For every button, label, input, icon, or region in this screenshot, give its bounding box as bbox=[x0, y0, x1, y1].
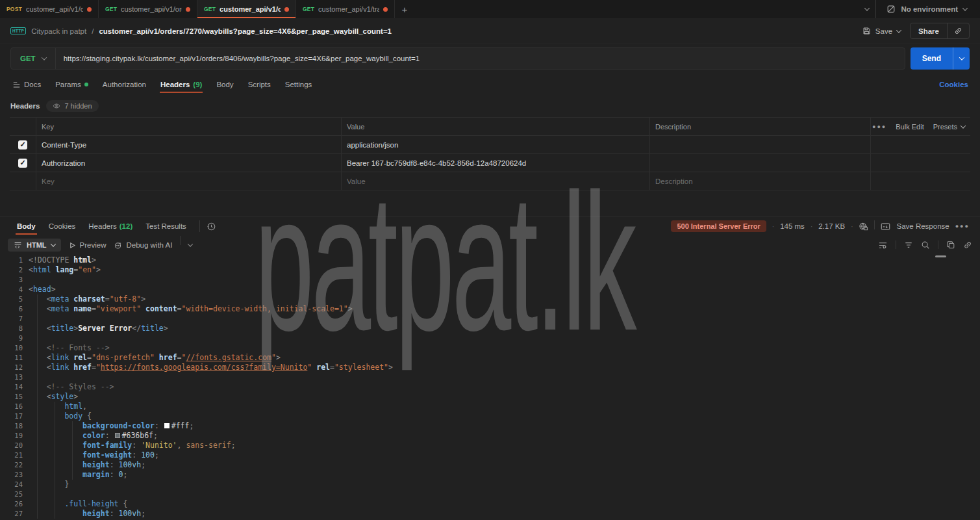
header-value-cell[interactable]: Value bbox=[341, 172, 649, 190]
row-checkbox[interactable]: ✓ bbox=[18, 140, 27, 150]
tab-title: customer_api/v1/track? bbox=[318, 5, 379, 13]
response-history-icon[interactable] bbox=[207, 222, 216, 231]
tab-title: customer_api/v1/orders bbox=[220, 5, 281, 13]
section-tab-label: Body bbox=[216, 81, 233, 88]
save-response-icon bbox=[881, 222, 890, 231]
send-options-button[interactable] bbox=[953, 47, 970, 70]
environment-chevron-icon bbox=[962, 5, 968, 10]
open-request-tabs: POST customer_api/v1/orde GET customer_a… bbox=[0, 0, 395, 18]
line-number: 11 bbox=[0, 353, 29, 363]
filter-icon[interactable] bbox=[904, 241, 913, 249]
request-tab[interactable]: GET customer_api/v1/orders bbox=[99, 0, 197, 18]
code-line: 8 <title>Server Error</title> bbox=[0, 324, 980, 333]
line-number: 9 bbox=[0, 333, 29, 343]
new-tab-button[interactable]: + bbox=[395, 0, 414, 18]
presets-label: Presets bbox=[933, 123, 957, 131]
section-tab-scripts[interactable]: Scripts bbox=[241, 73, 278, 96]
response-tab-headers[interactable]: Headers (12) bbox=[82, 216, 139, 236]
bulk-edit-button[interactable]: Bulk Edit bbox=[896, 123, 923, 131]
header-value-cell[interactable]: Bearer 167-bc759df8-e84c-4b52-856d-12a48… bbox=[341, 154, 649, 172]
breadcrumb-separator: / bbox=[92, 27, 94, 35]
hidden-headers-toggle[interactable]: 7 hidden bbox=[46, 100, 98, 112]
response-body-editor[interactable]: 1<!DOCTYPE html>2<html lang="en">34<head… bbox=[0, 254, 980, 520]
response-time[interactable]: 145 ms bbox=[780, 222, 805, 230]
section-tab-params[interactable]: Params bbox=[48, 73, 95, 96]
response-tab-cookies[interactable]: Cookies bbox=[42, 216, 82, 236]
toolbar-collapse-chevron-icon[interactable] bbox=[188, 241, 193, 246]
search-icon[interactable] bbox=[921, 240, 930, 250]
section-tab-body[interactable]: Body bbox=[209, 73, 240, 96]
response-tab-count: (12) bbox=[119, 222, 132, 230]
url-input[interactable]: https://staging.citypak.lk/customer_api/… bbox=[56, 55, 428, 62]
section-tab-label: Authorization bbox=[103, 81, 146, 88]
header-description-cell[interactable] bbox=[649, 154, 870, 172]
divider bbox=[938, 240, 938, 249]
method-chevron-icon bbox=[41, 55, 46, 60]
value-column-header: Value bbox=[341, 118, 649, 135]
code-line: 4<head> bbox=[0, 285, 980, 294]
line-number: 14 bbox=[0, 382, 29, 392]
send-button[interactable]: Send bbox=[911, 47, 953, 70]
scrollbar-thumb[interactable] bbox=[935, 255, 946, 257]
code-line-content: margin: 0; bbox=[29, 470, 127, 480]
table-more-icon[interactable]: ●●● bbox=[872, 124, 886, 130]
share-button[interactable]: Share bbox=[911, 24, 947, 38]
eye-icon bbox=[53, 102, 60, 110]
line-number: 10 bbox=[0, 343, 29, 353]
section-tab-settings[interactable]: Settings bbox=[278, 73, 320, 96]
row-checkbox[interactable]: ✓ bbox=[18, 159, 27, 168]
header-key-cell[interactable]: Authorization bbox=[36, 154, 341, 172]
network-info-icon[interactable] bbox=[859, 222, 868, 231]
indent-guide bbox=[72, 421, 73, 480]
header-description-cell[interactable]: Description bbox=[649, 172, 870, 190]
request-tab[interactable]: GET customer_api/v1/orders bbox=[197, 0, 296, 18]
key-column-header: Key bbox=[36, 118, 341, 135]
presets-dropdown[interactable]: Presets bbox=[933, 123, 965, 131]
copy-link-button[interactable] bbox=[947, 23, 969, 38]
cookies-link[interactable]: Cookies bbox=[939, 81, 975, 88]
tab-overflow-chevron-icon[interactable] bbox=[864, 5, 870, 10]
save-icon bbox=[862, 27, 871, 35]
get-link-icon[interactable] bbox=[963, 240, 972, 250]
format-selector[interactable]: HTML bbox=[8, 239, 61, 252]
response-tab-body[interactable]: Body bbox=[10, 216, 42, 236]
save-response-button[interactable]: Save Response bbox=[896, 222, 949, 230]
code-format-icon bbox=[14, 241, 22, 249]
code-line-content: } bbox=[29, 480, 69, 489]
breadcrumb-request-name[interactable]: customer_api/v1/orders/7270/waybills?pag… bbox=[99, 27, 392, 35]
copy-icon[interactable] bbox=[946, 240, 955, 250]
method-selector[interactable]: GET bbox=[11, 55, 55, 62]
response-tab-label: Body bbox=[17, 222, 36, 230]
indent-guide bbox=[37, 294, 38, 519]
section-tab-headers[interactable]: Headers (9) bbox=[153, 73, 209, 96]
divider bbox=[199, 220, 200, 232]
save-options-chevron-icon[interactable] bbox=[896, 27, 901, 32]
response-size[interactable]: 2.17 KB bbox=[818, 222, 845, 230]
header-row: ✓ Authorization Bearer 167-bc759df8-e84c… bbox=[10, 154, 970, 172]
preview-button[interactable]: Preview bbox=[69, 241, 107, 249]
section-tab-docs[interactable]: Docs bbox=[5, 73, 48, 96]
request-tab[interactable]: GET customer_api/v1/track? bbox=[296, 0, 395, 18]
line-number: 23 bbox=[0, 470, 29, 480]
debug-with-ai-button[interactable]: Debug with AI bbox=[114, 241, 172, 250]
breadcrumb-workspace[interactable]: Citypack in patpt bbox=[31, 27, 86, 35]
header-value-cell[interactable]: application/json bbox=[341, 136, 649, 153]
code-line-content: <head> bbox=[29, 285, 56, 294]
request-tab[interactable]: POST customer_api/v1/orde bbox=[0, 0, 99, 18]
header-key-cell[interactable]: Content-Type bbox=[36, 136, 341, 153]
section-tab-authorization[interactable]: Authorization bbox=[95, 73, 153, 96]
response-tab-list: Body Cookies Headers (12) Test Results bbox=[10, 216, 193, 236]
header-key-cell[interactable]: Key bbox=[36, 172, 341, 190]
header-description-cell[interactable] bbox=[649, 136, 870, 153]
response-tab-testresults[interactable]: Test Results bbox=[139, 216, 193, 236]
section-tab-label: Params bbox=[55, 81, 81, 88]
environment-selector[interactable]: No environment bbox=[883, 5, 971, 14]
save-button[interactable]: Save bbox=[860, 23, 903, 38]
status-badge[interactable]: 500 Internal Server Error bbox=[671, 220, 766, 232]
url-input-container: GET https://staging.citypak.lk/customer_… bbox=[10, 47, 905, 70]
wrap-text-icon[interactable] bbox=[878, 241, 888, 250]
response-more-icon[interactable]: ●●● bbox=[955, 223, 970, 229]
preview-label: Preview bbox=[80, 241, 107, 249]
header-row: Key Value Description bbox=[10, 172, 970, 190]
code-line-content: <style> bbox=[29, 392, 78, 402]
